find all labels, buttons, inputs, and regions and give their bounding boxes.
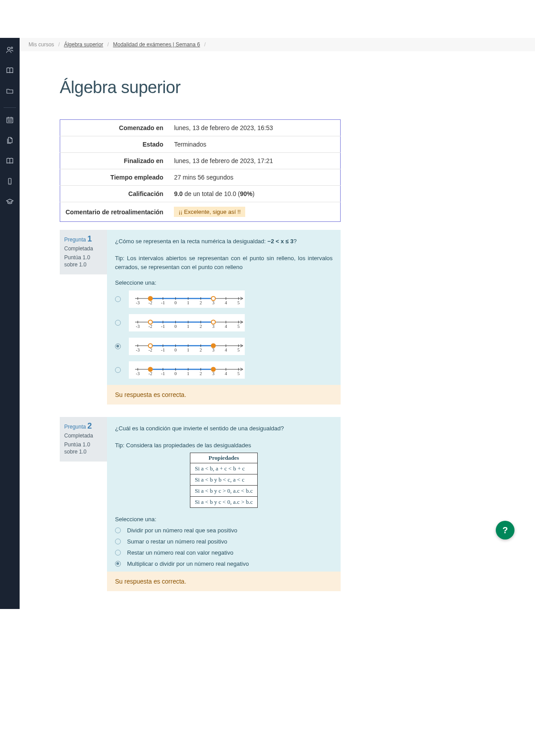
summary-value-feedback: ¡¡ Excelente, sigue así !! <box>169 202 340 222</box>
help-button[interactable]: ? <box>496 521 514 539</box>
svg-point-97 <box>211 368 215 372</box>
graduation-cap-icon[interactable] <box>0 198 20 206</box>
svg-text:-3: -3 <box>136 347 140 352</box>
summary-label: Comentario de retroalimentación <box>60 202 169 222</box>
answer-option[interactable]: -3-2-1012345 <box>115 361 333 379</box>
question-1: Pregunta 1 Completada Puntúa 1.0 sobre 1… <box>60 230 341 405</box>
radio-icon[interactable] <box>115 367 121 373</box>
radio-icon[interactable] <box>115 296 121 302</box>
svg-point-3 <box>8 120 9 120</box>
number-line-image: -3-2-1012345 <box>129 314 245 331</box>
question-prompt: ¿Cómo se representa en la recta numérica… <box>115 237 333 246</box>
svg-text:4: 4 <box>225 324 227 329</box>
svg-point-1 <box>11 47 13 49</box>
book-icon[interactable] <box>0 66 20 74</box>
question-body: ¿Cuál es la condición que invierte el se… <box>107 417 341 591</box>
svg-point-30 <box>148 297 152 301</box>
radio-icon[interactable] <box>115 343 121 349</box>
svg-point-7 <box>10 121 10 122</box>
svg-text:1: 1 <box>187 371 189 376</box>
question-number: 1 <box>87 234 92 243</box>
main-content: Mis cursos / Álgebra superior / Modalida… <box>20 38 535 609</box>
radio-icon[interactable] <box>115 550 121 556</box>
answer-option[interactable]: Sumar o restar un número real positivo <box>115 538 333 545</box>
question-body: ¿Cómo se representa en la recta numérica… <box>107 230 341 405</box>
svg-point-74 <box>148 344 152 348</box>
properties-table: Propiedades Si a < b, a + c < b + c Si a… <box>190 453 258 508</box>
svg-text:3: 3 <box>212 324 214 329</box>
svg-text:-2: -2 <box>148 324 152 329</box>
svg-text:5: 5 <box>238 324 240 329</box>
radio-icon[interactable] <box>115 539 121 544</box>
quiz-summary-table: Comenzado en lunes, 13 de febrero de 202… <box>60 119 341 222</box>
svg-text:4: 4 <box>225 371 227 376</box>
math-expression: −2 < x ≤ 3 <box>268 238 293 245</box>
svg-text:0: 0 <box>174 371 177 376</box>
svg-point-31 <box>211 297 215 301</box>
question-info: Pregunta 2 Completada Puntúa 1.0 sobre 1… <box>60 417 107 462</box>
radio-icon[interactable] <box>115 527 121 533</box>
summary-label: Comenzado en <box>60 120 169 136</box>
option-text: Multiplicar o dividir por un número real… <box>127 560 249 567</box>
svg-point-52 <box>148 320 152 324</box>
breadcrumb-link-course[interactable]: Álgebra superior <box>64 41 103 48</box>
answer-feedback: Su respuesta es correcta. <box>107 572 341 591</box>
summary-label: Finalizado en <box>60 153 169 169</box>
svg-text:0: 0 <box>174 300 177 305</box>
svg-point-6 <box>8 121 9 122</box>
question-state: Completada <box>64 245 103 252</box>
page-title: Álgebra superior <box>60 78 341 97</box>
answer-feedback: Su respuesta es correcta. <box>107 385 341 405</box>
book2-icon[interactable] <box>0 157 20 165</box>
breadcrumb-sep: / <box>107 41 109 48</box>
property-row: Si a < b y c < 0, a.c > b.c <box>190 497 258 508</box>
svg-text:0: 0 <box>174 347 177 352</box>
svg-text:-3: -3 <box>136 371 140 376</box>
svg-text:2: 2 <box>200 347 202 352</box>
svg-point-96 <box>148 368 152 372</box>
calendar-icon[interactable] <box>0 116 20 124</box>
sidebar-divider <box>4 107 16 108</box>
user-icon[interactable] <box>0 46 20 54</box>
svg-point-0 <box>8 47 10 50</box>
answer-option[interactable]: -3-2-1012345 <box>115 290 333 308</box>
folder-icon[interactable] <box>0 87 20 95</box>
svg-text:1: 1 <box>187 347 189 352</box>
number-line-image: -3-2-1012345 <box>129 290 245 308</box>
property-row: Si a < b y c > 0, a.c < b.c <box>190 486 258 497</box>
question-grade: Puntúa 1.0 sobre 1.0 <box>64 441 103 455</box>
grade-score: 9.0 <box>174 190 182 197</box>
svg-text:2: 2 <box>200 371 202 376</box>
svg-text:1: 1 <box>187 300 189 305</box>
svg-text:-3: -3 <box>136 324 140 329</box>
question-label: Pregunta <box>64 424 86 430</box>
svg-text:-2: -2 <box>148 300 152 305</box>
svg-text:4: 4 <box>225 300 227 305</box>
answer-option[interactable]: -3-2-1012345 <box>115 314 333 331</box>
breadcrumb: Mis cursos / Álgebra superior / Modalida… <box>20 38 535 51</box>
radio-icon[interactable] <box>115 320 121 326</box>
breadcrumb-item: Mis cursos <box>29 41 54 48</box>
summary-value: lunes, 13 de febrero de 2023, 17:21 <box>169 153 340 169</box>
summary-label: Tiempo empleado <box>60 169 169 186</box>
question-2: Pregunta 2 Completada Puntúa 1.0 sobre 1… <box>60 417 341 591</box>
svg-text:-1: -1 <box>161 300 165 305</box>
radio-icon[interactable] <box>115 561 121 567</box>
svg-text:4: 4 <box>225 347 227 352</box>
properties-header: Propiedades <box>190 453 258 463</box>
answer-option[interactable]: Dividir por un número real que sea posit… <box>115 527 333 534</box>
answer-option[interactable]: Multiplicar o dividir por un número real… <box>115 560 333 567</box>
svg-point-4 <box>10 120 10 120</box>
files-icon[interactable] <box>0 136 20 144</box>
grade-pct: 90% <box>240 190 252 197</box>
svg-point-53 <box>211 320 215 324</box>
answer-option[interactable]: -3-2-1012345 <box>115 338 333 355</box>
svg-text:3: 3 <box>212 347 214 352</box>
mobile-icon[interactable] <box>0 177 20 185</box>
option-text: Restar un número real con valor negativo <box>127 549 233 556</box>
feedback-chip: ¡¡ Excelente, sigue así !! <box>174 207 245 217</box>
breadcrumb-link-section[interactable]: Modalidad de exámenes | Semana 6 <box>113 41 200 48</box>
svg-text:-1: -1 <box>161 347 165 352</box>
svg-text:0: 0 <box>174 324 177 329</box>
answer-option[interactable]: Restar un número real con valor negativo <box>115 549 333 556</box>
